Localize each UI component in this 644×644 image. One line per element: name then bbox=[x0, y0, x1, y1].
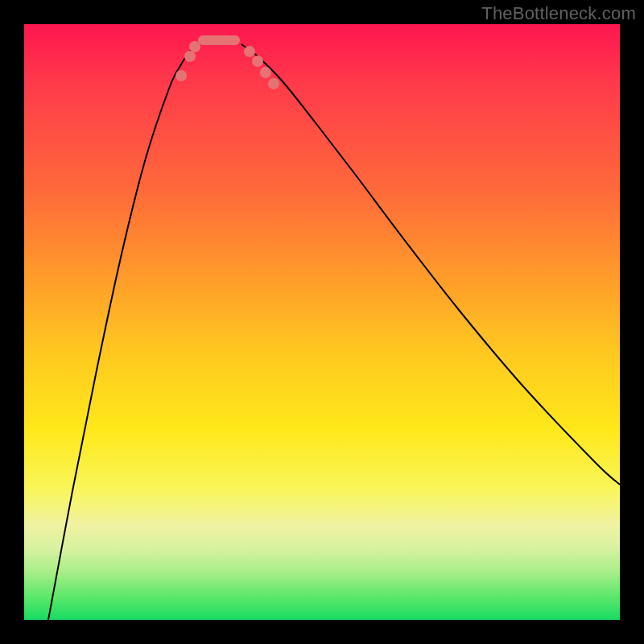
plot-area bbox=[24, 24, 620, 620]
markers-right-dot-0 bbox=[244, 46, 255, 57]
watermark-text: TheBottleneck.com bbox=[481, 3, 636, 24]
markers-left-group bbox=[175, 41, 200, 81]
markers-right-dot-1 bbox=[252, 56, 263, 67]
curve-right-branch bbox=[242, 44, 620, 485]
marker-bottom-pill bbox=[198, 35, 240, 45]
markers-left-dot-2 bbox=[189, 41, 200, 52]
curve-left-branch bbox=[48, 44, 197, 620]
markers-right-dot-2 bbox=[260, 67, 271, 78]
curves-svg bbox=[24, 24, 620, 620]
markers-left-dot-1 bbox=[184, 51, 196, 62]
chart-frame: TheBottleneck.com bbox=[0, 0, 644, 644]
markers-right-dot-3 bbox=[268, 78, 279, 89]
markers-right-group bbox=[244, 46, 279, 89]
markers-left-dot-0 bbox=[175, 70, 187, 81]
